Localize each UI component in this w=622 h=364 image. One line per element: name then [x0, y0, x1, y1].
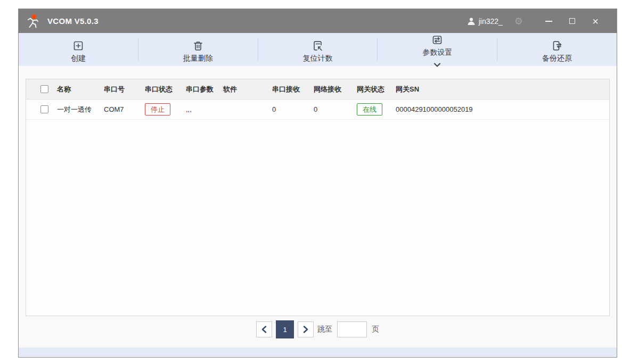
row-checkbox[interactable]	[40, 105, 48, 113]
reset-count-button[interactable]: 复位计数	[302, 36, 332, 63]
user-icon	[467, 17, 476, 26]
backup-restore-button[interactable]: 备份还原	[542, 36, 572, 63]
toolbar: 创建 批量删除	[19, 33, 617, 66]
prev-page-button[interactable]	[256, 321, 272, 337]
header-name: 名称	[52, 85, 99, 94]
header-gateway-sn: 网关SN	[390, 85, 609, 94]
row-name: 一对一透传	[52, 105, 99, 114]
jump-to-label: 跳至	[317, 325, 332, 334]
minimize-button[interactable]	[537, 9, 560, 33]
header-serial-received: 串口接收	[267, 85, 308, 94]
jump-page-input[interactable]	[337, 321, 367, 337]
close-icon: ×	[592, 16, 599, 27]
table-header-row: 名称 串口号 串口状态 串口参数 软件 串口接收 网络接收 网关状态 网关SN	[26, 79, 609, 100]
page-unit-label: 页	[372, 325, 379, 334]
serial-status-badge: 停止	[145, 103, 170, 115]
app-logo-icon	[26, 13, 42, 29]
current-page-button[interactable]: 1	[276, 320, 294, 338]
maximize-icon	[569, 18, 575, 24]
settings-gear-icon[interactable]: ⚙	[514, 16, 523, 26]
param-settings-label: 参数设置	[422, 48, 452, 57]
batch-delete-button[interactable]: 批量删除	[183, 36, 213, 63]
chevron-right-icon	[303, 326, 308, 333]
user-menu[interactable]: jin322_	[467, 17, 503, 26]
plus-square-icon	[72, 40, 84, 52]
titlebar: VCOM V5.0.3 jin322_ ⚙ ×	[19, 9, 617, 33]
backup-restore-label: 备份还原	[542, 54, 572, 63]
close-button[interactable]: ×	[584, 9, 607, 33]
header-network-received: 网络接收	[308, 85, 351, 94]
header-serial-status: 串口状态	[140, 85, 181, 94]
header-serial-params: 串口参数	[181, 85, 218, 94]
row-network-received: 0	[308, 105, 351, 113]
gateway-status-badge: 在线	[357, 103, 382, 115]
batch-delete-label: 批量删除	[183, 54, 213, 63]
minimize-icon	[545, 21, 552, 22]
chevron-left-icon	[261, 326, 267, 333]
header-gateway-status: 网关状态	[351, 85, 390, 94]
pagination: 1 跳至 页	[26, 320, 610, 339]
row-gateway-sn: 00004291000000052019	[390, 105, 609, 113]
select-all-checkbox[interactable]	[40, 85, 48, 93]
trash-icon	[192, 40, 204, 52]
maximize-button[interactable]	[560, 9, 584, 33]
table-empty-area	[26, 120, 609, 316]
header-com-port: 串口号	[99, 85, 140, 94]
ports-table: 名称 串口号 串口状态 串口参数 软件 串口接收 网络接收 网关状态 网关SN …	[26, 79, 610, 316]
row-com-port: COM7	[99, 105, 140, 113]
username-label: jin322_	[479, 17, 503, 26]
param-settings-button[interactable]: 参数设置	[422, 30, 452, 69]
create-label: 创建	[71, 54, 86, 63]
next-page-button[interactable]	[298, 321, 314, 337]
app-title: VCOM V5.0.3	[47, 16, 99, 26]
status-bar	[19, 348, 617, 357]
row-serial-params: ,,,	[181, 105, 218, 113]
reset-count-icon	[312, 40, 323, 52]
reset-count-label: 复位计数	[302, 54, 332, 63]
backup-restore-icon	[551, 40, 563, 52]
param-settings-icon	[431, 34, 443, 46]
app-window: VCOM V5.0.3 jin322_ ⚙ × 创建	[18, 9, 617, 358]
table-row[interactable]: 一对一透传 COM7 停止 ,,, 0 0 在线 000042910000000…	[26, 100, 609, 120]
create-button[interactable]: 创建	[71, 36, 86, 63]
row-serial-received: 0	[267, 105, 308, 113]
main-content: 名称 串口号 串口状态 串口参数 软件 串口接收 网络接收 网关状态 网关SN …	[19, 66, 617, 348]
chevron-down-icon	[433, 60, 441, 69]
header-software: 软件	[218, 85, 267, 94]
